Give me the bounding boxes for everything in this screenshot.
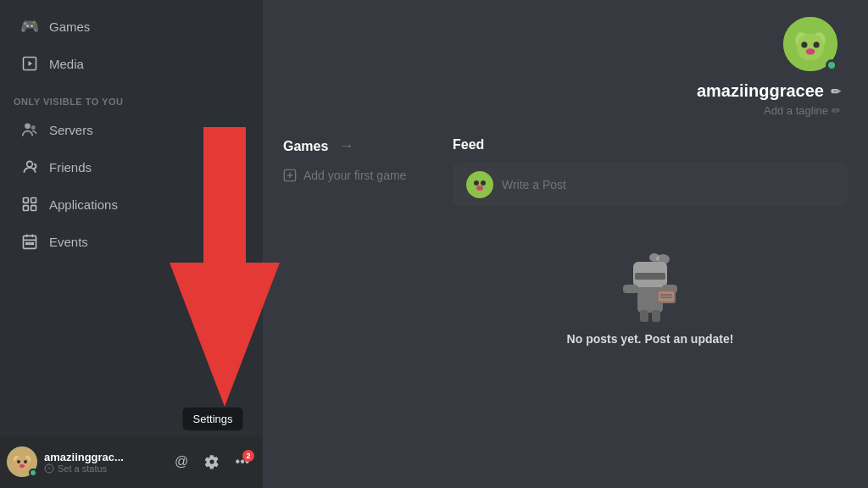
svg-point-21 <box>17 460 20 463</box>
games-header: Games → <box>283 137 432 155</box>
sidebar-item-media-label: Media <box>49 57 84 71</box>
profile-username: amaziinggracee ✏ <box>697 81 841 101</box>
sidebar-item-applications-label: Applications <box>49 197 118 212</box>
mention-button[interactable]: @ <box>168 448 195 475</box>
svg-rect-42 <box>623 285 638 293</box>
sidebar-item-events-label: Events <box>49 235 88 249</box>
user-avatar-wrap <box>7 446 37 477</box>
no-posts-text: No posts yet. Post an update! <box>567 332 734 346</box>
write-post-placeholder: Write a Post <box>502 178 566 191</box>
user-status-dot <box>29 469 37 477</box>
svg-rect-15 <box>32 243 34 245</box>
no-posts-illustration <box>608 241 693 325</box>
svg-rect-41 <box>635 273 665 280</box>
games-icon: 🎮 <box>20 17 39 36</box>
user-display-name: amaziinggrac... <box>44 451 161 463</box>
sidebar-item-friends[interactable]: Friends <box>7 149 256 185</box>
friends-icon <box>20 158 39 176</box>
media-icon <box>20 54 39 73</box>
overflow-button[interactable]: ••• 2 <box>229 448 256 475</box>
main-content: amaziinggracee ✏ Add a tagline ✏ Games → <box>263 0 868 488</box>
edit-username-icon[interactable]: ✏ <box>831 85 841 98</box>
games-column: Games → Add your first game <box>283 137 453 474</box>
svg-point-35 <box>468 173 492 197</box>
sidebar-item-media[interactable]: Media <box>7 46 256 81</box>
svg-rect-14 <box>29 243 31 245</box>
svg-rect-48 <box>640 310 648 322</box>
only-visible-section-label: Only visible to you <box>0 83 263 110</box>
svg-rect-45 <box>659 291 674 302</box>
svg-point-3 <box>31 125 36 130</box>
sidebar: 🎮 Games Media Only visible to you Server… <box>0 0 263 488</box>
svg-point-51 <box>649 253 659 262</box>
svg-point-30 <box>814 42 820 47</box>
events-icon <box>20 232 39 251</box>
gear-icon <box>204 454 220 469</box>
edit-tagline-icon: ✏ <box>832 104 841 117</box>
svg-point-31 <box>806 48 815 54</box>
svg-rect-8 <box>31 206 36 211</box>
write-post-area[interactable]: Write a Post <box>453 163 848 207</box>
status-icon <box>44 463 54 474</box>
svg-point-23 <box>19 464 25 468</box>
add-game-button[interactable]: Add your first game <box>283 165 432 186</box>
svg-point-4 <box>27 161 33 167</box>
profile-tagline[interactable]: Add a tagline ✏ <box>764 104 841 117</box>
sidebar-item-friends-label: Friends <box>49 160 92 175</box>
svg-rect-6 <box>31 198 36 203</box>
user-info: amaziinggrac... Set a status <box>44 451 161 474</box>
user-bar: amaziinggrac... Set a status @ ••• 2 <box>0 435 263 488</box>
svg-point-2 <box>25 124 31 130</box>
no-posts-section: No posts yet. Post an update! <box>453 224 848 363</box>
profile-online-dot <box>826 59 837 71</box>
svg-point-37 <box>481 180 486 186</box>
svg-rect-49 <box>652 310 660 322</box>
svg-point-20 <box>14 456 30 471</box>
sidebar-item-events[interactable]: Events <box>7 224 256 259</box>
svg-point-36 <box>474 180 479 186</box>
sidebar-item-servers-label: Servers <box>49 123 93 137</box>
svg-rect-13 <box>26 243 28 245</box>
sidebar-item-servers[interactable]: Servers <box>7 112 256 147</box>
svg-point-38 <box>476 186 483 191</box>
sidebar-nav: 🎮 Games Media Only visible to you Server… <box>0 0 263 435</box>
profile-section: amaziinggracee ✏ Add a tagline ✏ <box>263 0 868 124</box>
sidebar-item-games[interactable]: 🎮 Games <box>7 8 256 44</box>
svg-rect-7 <box>24 206 29 211</box>
feed-column: Feed Write a Post <box>453 137 848 474</box>
svg-point-24 <box>45 464 53 473</box>
settings-button[interactable] <box>198 448 225 475</box>
profile-avatar-wrap <box>780 14 841 75</box>
svg-rect-5 <box>24 198 29 203</box>
svg-point-29 <box>801 42 807 47</box>
add-game-icon <box>283 169 297 182</box>
sidebar-item-games-label: Games <box>49 19 90 34</box>
svg-point-28 <box>797 34 824 61</box>
svg-marker-1 <box>29 61 33 66</box>
app-container: 🎮 Games Media Only visible to you Server… <box>0 0 868 488</box>
notification-badge: 2 <box>242 450 254 462</box>
content-columns: Games → Add your first game Feed <box>263 124 868 488</box>
feed-header: Feed <box>453 137 848 152</box>
applications-icon <box>20 195 39 214</box>
games-arrow-icon: → <box>338 137 353 155</box>
feed-avatar <box>466 171 493 198</box>
servers-icon <box>20 120 39 139</box>
user-actions: @ ••• 2 <box>168 448 256 475</box>
sidebar-item-applications[interactable]: Applications <box>7 186 256 222</box>
user-status-text: Set a status <box>44 463 161 474</box>
svg-point-22 <box>24 460 27 463</box>
